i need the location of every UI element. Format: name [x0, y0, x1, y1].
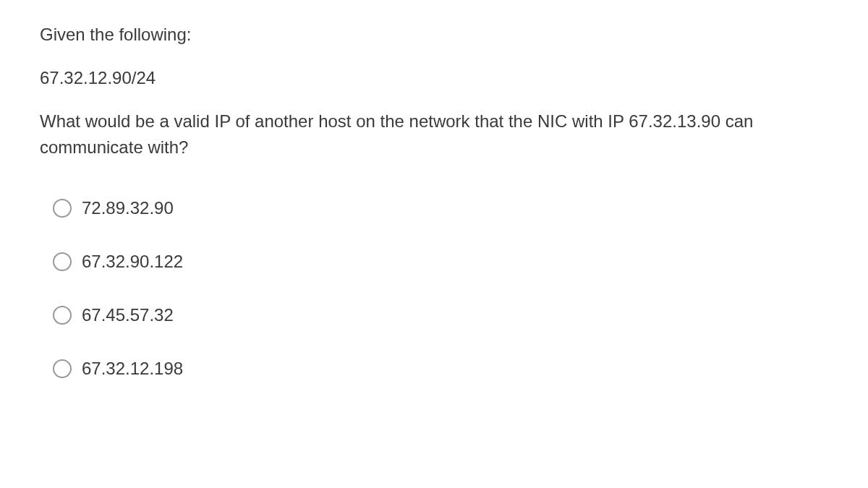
option-3[interactable]: 67.45.57.32 [53, 302, 828, 328]
options-group: 72.89.32.90 67.32.90.122 67.45.57.32 67.… [40, 195, 828, 382]
option-1[interactable]: 72.89.32.90 [53, 195, 828, 221]
radio-icon [53, 199, 72, 218]
question-prompt: What would be a valid IP of another host… [40, 108, 828, 160]
option-2[interactable]: 67.32.90.122 [53, 249, 828, 275]
option-label: 67.32.90.122 [82, 249, 183, 275]
option-label: 67.45.57.32 [82, 302, 174, 328]
radio-icon [53, 252, 72, 271]
radio-icon [53, 359, 72, 378]
question-block: Given the following: 67.32.12.90/24 What… [40, 22, 828, 160]
option-label: 72.89.32.90 [82, 195, 174, 221]
option-label: 67.32.12.198 [82, 356, 183, 382]
question-cidr: 67.32.12.90/24 [40, 65, 828, 91]
question-intro: Given the following: [40, 22, 828, 48]
option-4[interactable]: 67.32.12.198 [53, 356, 828, 382]
radio-icon [53, 306, 72, 325]
